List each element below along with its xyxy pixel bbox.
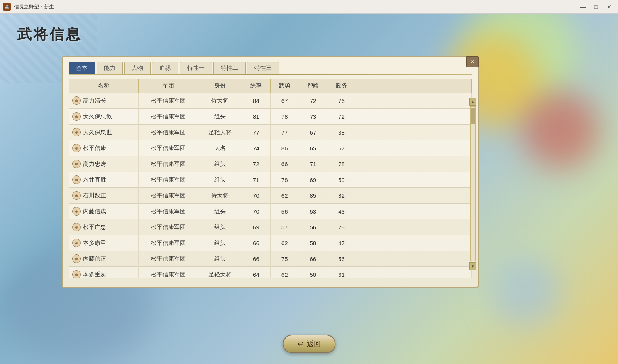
col-rank[interactable]: 身份: [198, 79, 242, 93]
cell-cmd: 74: [242, 140, 271, 156]
general-icon: ⊕: [72, 223, 81, 231]
cell-group: 松平信康军团: [139, 267, 198, 278]
cell-group: 松平信康军团: [139, 204, 198, 219]
general-name: 永井直胜: [83, 176, 106, 184]
cell-rank: 足轻大将: [198, 125, 242, 140]
close-button[interactable]: ✕: [603, 2, 615, 12]
table-row[interactable]: ⊕本多康重松平信康军团组头66625847: [69, 235, 472, 251]
general-icon: ⊕: [72, 254, 81, 263]
table-row[interactable]: ⊕大久保忠教松平信康军团组头81787372: [69, 109, 472, 125]
general-name: 松平广忠: [83, 224, 106, 231]
cell-cmd: 70: [242, 188, 271, 204]
cell-rank: 大名: [198, 140, 242, 156]
cell-group: 松平信康军团: [139, 235, 198, 251]
panel-close-button[interactable]: ✕: [466, 56, 479, 67]
cell-rank: 组头: [198, 109, 242, 125]
table-row[interactable]: ⊕大久保忠世松平信康军团足轻大将77776738: [69, 125, 472, 140]
general-name: 石川数正: [83, 192, 106, 199]
col-group[interactable]: 军团: [139, 79, 198, 93]
cell-name: ⊕高力忠房: [69, 156, 139, 172]
cell-extra: [356, 235, 472, 251]
general-icon: ⊕: [72, 270, 81, 278]
app-icon: 🏯: [3, 3, 11, 11]
col-valor[interactable]: 武勇: [270, 79, 299, 93]
scroll-thumb[interactable]: [471, 108, 475, 124]
cell-cmd: 72: [242, 156, 271, 172]
cell-admin: 59: [327, 172, 356, 188]
col-intel[interactable]: 智略: [299, 79, 327, 93]
cell-name: ⊕石川数正: [69, 188, 139, 204]
cell-extra: [356, 156, 472, 172]
general-name: 大久保忠教: [83, 113, 112, 120]
titlebar: 🏯 信長之野望・新生 — □ ✕: [0, 0, 618, 14]
tab-trait1[interactable]: 特性一: [180, 62, 212, 74]
table-row[interactable]: ⊕松平信康松平信康军团大名74866557: [69, 140, 472, 156]
col-name[interactable]: 名称: [69, 79, 139, 93]
scroll-down-button[interactable]: ▼: [469, 262, 476, 270]
return-button[interactable]: ↩ 返回: [283, 335, 335, 353]
maximize-button[interactable]: □: [590, 2, 602, 12]
minimize-button[interactable]: —: [577, 2, 589, 12]
scroll-up-button[interactable]: ▲: [469, 98, 476, 106]
cell-extra: [356, 93, 472, 109]
cell-admin: 47: [327, 235, 356, 251]
cell-group: 松平信康军团: [139, 219, 198, 235]
table-row[interactable]: ⊕内藤信成松平信康军团组头70565343: [69, 204, 472, 219]
col-admin[interactable]: 政务: [327, 79, 356, 93]
tab-ability[interactable]: 能力: [97, 62, 123, 74]
table-container: 名称 军团 身份 统率 武勇 智略 政务 ⊕高力清长松平信康军团侍大将84677…: [63, 75, 478, 278]
table-row[interactable]: ⊕石川数正松平信康军团侍大将70628582: [69, 188, 472, 204]
cell-group: 松平信康军团: [139, 109, 198, 125]
cell-name: ⊕内藤信正: [69, 251, 139, 267]
cell-intel: 65: [299, 140, 327, 156]
cell-name: ⊕永井直胜: [69, 172, 139, 188]
cell-valor: 57: [270, 219, 299, 235]
cell-admin: 61: [327, 267, 356, 278]
tab-basic[interactable]: 基本: [69, 62, 95, 74]
cell-extra: [356, 109, 472, 125]
tab-person[interactable]: 人物: [124, 62, 151, 74]
cell-extra: [356, 125, 472, 140]
cell-extra: [356, 219, 472, 235]
cell-extra: [356, 267, 472, 278]
cell-group: 松平信康军团: [139, 140, 198, 156]
general-icon: ⊕: [72, 112, 81, 121]
cell-extra: [356, 251, 472, 267]
main-panel: ✕ 基本 能力 人物 血缘 特性一 特性二 特性三 名称 军团 身份 统率: [62, 56, 479, 288]
table-row[interactable]: ⊕内藤信正松平信康军团组头66756656: [69, 251, 472, 267]
cell-valor: 67: [270, 93, 299, 109]
cell-intel: 53: [299, 204, 327, 219]
general-name: 高力清长: [83, 97, 106, 104]
cell-rank: 组头: [198, 156, 242, 172]
cell-name: ⊕内藤信成: [69, 204, 139, 219]
tab-blood[interactable]: 血缘: [152, 62, 178, 74]
table-row[interactable]: ⊕松平广忠松平信康军团组头69575678: [69, 219, 472, 235]
cell-rank: 侍大将: [198, 188, 242, 204]
tab-trait2[interactable]: 特性二: [213, 62, 246, 74]
general-icon: ⊕: [72, 175, 81, 184]
general-name: 本多康重: [83, 239, 106, 247]
table-row[interactable]: ⊕永井直胜松平信康军团组头71786959: [69, 172, 472, 188]
cell-intel: 73: [299, 109, 327, 125]
cell-group: 松平信康军团: [139, 172, 198, 188]
cell-rank: 足轻大将: [198, 267, 242, 278]
cell-valor: 62: [270, 235, 299, 251]
cell-valor: 56: [270, 204, 299, 219]
cell-admin: 76: [327, 93, 356, 109]
cell-cmd: 81: [242, 109, 271, 125]
general-name: 本多重次: [83, 271, 106, 278]
cell-group: 松平信康军团: [139, 93, 198, 109]
cell-admin: 72: [327, 109, 356, 125]
general-icon: ⊕: [72, 144, 81, 152]
tab-trait3[interactable]: 特性三: [247, 62, 279, 74]
cell-intel: 67: [299, 125, 327, 140]
cell-valor: 77: [270, 125, 299, 140]
col-cmd[interactable]: 统率: [242, 79, 271, 93]
table-row[interactable]: ⊕本多重次松平信康军团足轻大将64625061: [69, 267, 472, 278]
cell-valor: 78: [270, 109, 299, 125]
cell-name: ⊕本多重次: [69, 267, 139, 278]
table-row[interactable]: ⊕高力忠房松平信康军团组头72667178: [69, 156, 472, 172]
cell-valor: 62: [270, 267, 299, 278]
table-row[interactable]: ⊕高力清长松平信康军团侍大将84677276: [69, 93, 472, 109]
cell-name: ⊕大久保忠教: [69, 109, 139, 125]
